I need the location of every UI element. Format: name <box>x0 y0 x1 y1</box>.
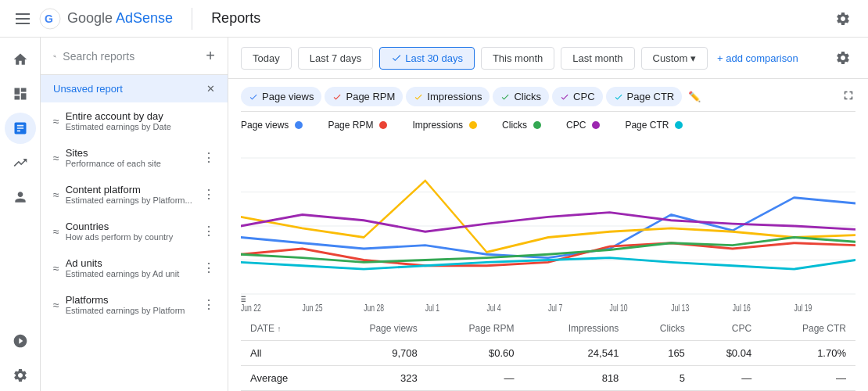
metric-tab-page-rpm[interactable]: Page RPM <box>325 87 403 106</box>
more-options-platforms[interactable]: ⋮ <box>203 297 215 312</box>
cell-clicks-avg: 5 <box>628 366 694 391</box>
metric-tab-cpc[interactable]: CPC <box>552 87 602 106</box>
line-chart: Jun 22 Jun 25 Jun 28 Jul 1 Jul 4 Jul 7 J… <box>241 135 855 317</box>
report-item-left-5: ≈ Countries How ads perform by country <box>53 221 203 242</box>
metric-tabs: Page views Page RPM Impressions Clicks C… <box>241 79 855 112</box>
data-table: DATE ↑ Page views Page RPM Impressions C… <box>241 317 855 391</box>
report-title-4: Countries <box>66 221 174 232</box>
nav-optimization[interactable] <box>5 147 36 178</box>
legend-dot-impressions <box>469 121 477 129</box>
metric-label-page-views: Page views <box>262 91 314 102</box>
legend-label-impressions: Impressions <box>412 120 463 131</box>
svg-text:G: G <box>45 13 53 25</box>
report-sub-4: How ads perform by country <box>66 232 174 242</box>
filter-today[interactable]: Today <box>241 47 292 70</box>
metric-tab-impressions[interactable]: Impressions <box>406 87 490 106</box>
report-title-2: Sites <box>66 147 161 159</box>
table-row-average: Average 323 — 818 5 — — <box>241 366 855 391</box>
cell-label-all: All <box>241 341 326 366</box>
legend-dot-page-rpm <box>379 121 387 129</box>
filter-last-30[interactable]: Last 30 days <box>379 47 475 70</box>
expand-chart-icon[interactable] <box>841 88 855 105</box>
nav-block[interactable] <box>5 325 36 357</box>
cell-label-average: Average <box>241 366 326 391</box>
chart-icon-1: ≈ <box>53 115 59 127</box>
report-sub-1: Estimated earnings by Date <box>66 122 171 131</box>
report-item-sites[interactable]: ≈ Sites Performance of each site ⋮ <box>41 139 228 176</box>
legend-impressions: Impressions <box>412 120 477 131</box>
svg-text:Jul 16: Jul 16 <box>733 302 751 313</box>
cell-page-rpm-all: $0.60 <box>427 341 524 366</box>
legend-dot-clicks <box>533 121 541 129</box>
reports-sidebar: + Unsaved report ✕ ≈ Entire account by d… <box>41 38 228 391</box>
col-header-cpc[interactable]: CPC <box>694 317 761 341</box>
report-item-left-3: ≈ Sites Performance of each site <box>53 147 203 168</box>
more-options-sites[interactable]: ⋮ <box>203 150 215 165</box>
legend-dot-cpc <box>592 121 600 129</box>
metric-label-clicks: Clicks <box>514 91 541 102</box>
cell-page-ctr-all: 1.70% <box>761 341 855 366</box>
col-header-page-rpm[interactable]: Page RPM <box>427 317 524 341</box>
chart-icon-5: ≈ <box>53 262 59 274</box>
cell-page-rpm-avg: — <box>427 366 524 391</box>
nav-reports[interactable] <box>5 113 36 144</box>
nav-sidebar <box>0 38 41 391</box>
more-options-content[interactable]: ⋮ <box>203 187 215 202</box>
header-divider <box>192 8 192 30</box>
report-item-platforms[interactable]: ≈ Platforms Estimated earnings by Platfo… <box>41 286 228 323</box>
report-sub-3: Estimated earnings by Platform... <box>66 196 192 205</box>
filter-last-month[interactable]: Last month <box>561 47 634 70</box>
report-title-5: Ad units <box>66 257 180 269</box>
report-item-ad-units[interactable]: ≈ Ad units Estimated earnings by Ad unit… <box>41 249 228 286</box>
add-comparison-button[interactable]: + add comparison <box>717 52 798 64</box>
logo-area: G Google AdSense Reports <box>13 8 260 30</box>
more-options-countries[interactable]: ⋮ <box>203 224 215 239</box>
report-settings-button[interactable] <box>830 45 855 70</box>
col-header-page-ctr[interactable]: Page CTR <box>761 317 855 341</box>
data-table-container: DATE ↑ Page views Page RPM Impressions C… <box>241 317 855 391</box>
filter-last-7[interactable]: Last 7 days <box>298 47 374 70</box>
report-item-content-platform[interactable]: ≈ Content platform Estimated earnings by… <box>41 176 228 213</box>
cell-clicks-all: 165 <box>628 341 694 366</box>
hamburger-menu[interactable] <box>13 10 33 27</box>
legend-cpc: CPC <box>566 120 600 131</box>
add-report-button[interactable]: + <box>206 47 215 65</box>
close-report-icon[interactable]: ✕ <box>206 83 215 95</box>
more-options-ad-units[interactable]: ⋮ <box>203 260 215 275</box>
col-header-date[interactable]: DATE ↑ <box>241 317 326 341</box>
report-item-unsaved[interactable]: Unsaved report ✕ <box>41 75 228 102</box>
metric-tab-page-views[interactable]: Page views <box>241 87 321 106</box>
report-item-countries[interactable]: ≈ Countries How ads perform by country ⋮ <box>41 213 228 249</box>
report-item-left-6: ≈ Ad units Estimated earnings by Ad unit <box>53 257 203 278</box>
filter-custom[interactable]: Custom ▾ <box>641 47 708 70</box>
main-content: Today Last 7 days Last 30 days This mont… <box>228 38 868 391</box>
chart-legend: Page views Page RPM Impressions Clicks C… <box>241 112 855 135</box>
nav-settings[interactable] <box>5 360 36 391</box>
metric-tab-clicks[interactable]: Clicks <box>493 87 549 106</box>
nav-home[interactable] <box>5 44 36 75</box>
header: G Google AdSense Reports <box>0 0 868 38</box>
cell-impressions-all: 24,541 <box>524 341 629 366</box>
chart-icon-6: ≈ <box>53 299 59 311</box>
col-header-page-views[interactable]: Page views <box>326 317 427 341</box>
nav-users[interactable] <box>5 181 36 213</box>
report-sub-2: Performance of each site <box>66 159 161 168</box>
legend-label-cpc: CPC <box>566 120 586 131</box>
settings-button[interactable] <box>830 6 855 31</box>
cell-page-views-avg: 323 <box>326 366 427 391</box>
nav-overview[interactable] <box>5 78 36 109</box>
chart-icon-3: ≈ <box>53 188 59 201</box>
svg-text:≡: ≡ <box>241 291 246 306</box>
col-header-clicks[interactable]: Clicks <box>628 317 694 341</box>
legend-clicks: Clicks <box>502 120 541 131</box>
legend-page-views: Page views <box>241 120 303 131</box>
report-item-entire-account[interactable]: ≈ Entire account by day Estimated earnin… <box>41 102 228 139</box>
svg-text:Jul 1: Jul 1 <box>425 302 439 313</box>
search-input[interactable] <box>63 50 199 63</box>
filter-this-month[interactable]: This month <box>481 47 554 70</box>
col-header-impressions[interactable]: Impressions <box>524 317 629 341</box>
metric-tab-page-ctr[interactable]: Page CTR <box>606 87 683 106</box>
report-title-3: Content platform <box>66 184 192 196</box>
edit-metrics-icon[interactable]: ✏️ <box>685 88 704 106</box>
legend-label-clicks: Clicks <box>502 120 527 131</box>
